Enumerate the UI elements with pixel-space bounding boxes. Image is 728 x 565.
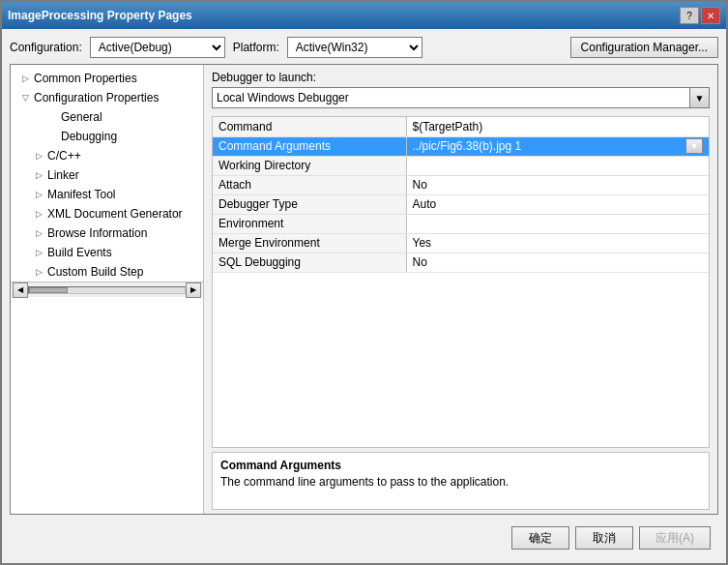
- tree-item-custom-build[interactable]: ▷ Custom Build Step: [11, 262, 203, 282]
- scroll-right[interactable]: ▶: [186, 282, 201, 298]
- prop-name-attach: Attach: [213, 175, 406, 194]
- tree-item-general[interactable]: General: [11, 107, 203, 127]
- expand-icon-xml: ▷: [32, 207, 45, 221]
- table-row[interactable]: Working Directory: [213, 156, 709, 175]
- help-button[interactable]: ?: [680, 7, 699, 24]
- tree-item-cpp[interactable]: ▷ C/C++: [11, 146, 203, 165]
- tree-item-common-props[interactable]: ▷ Common Properties: [11, 69, 203, 88]
- apply-button[interactable]: 应用(A): [639, 526, 711, 550]
- tree-item-manifest-tool[interactable]: ▷ Manifest Tool: [11, 185, 203, 204]
- info-pane: Command Arguments The command line argum…: [212, 452, 710, 510]
- prop-value-attach: No: [406, 175, 709, 194]
- prop-name-environment: Environment: [213, 214, 406, 233]
- prop-value-command: $(TargetPath): [406, 117, 709, 136]
- info-title: Command Arguments: [220, 459, 701, 472]
- prop-name-command-args: Command Arguments: [213, 136, 406, 156]
- scroll-left[interactable]: ◀: [13, 282, 28, 298]
- ok-button[interactable]: 确定: [511, 526, 569, 550]
- value-cell-command-args: ../pic/Fig6.38(b).jpg 1 ▼: [413, 138, 704, 154]
- prop-value-sql-debug: No: [406, 253, 709, 272]
- config-manager-button[interactable]: Configuration Manager...: [570, 37, 718, 58]
- right-pane: Debugger to launch: Local Windows Debugg…: [204, 65, 717, 514]
- command-args-dropdown-btn[interactable]: ▼: [685, 138, 703, 154]
- tree-label-debugging: Debugging: [61, 130, 117, 143]
- tree-pane: ▷ Common Properties ▽ Configuration Prop…: [11, 65, 204, 514]
- tree-label-config: Configuration Properties: [34, 91, 159, 104]
- debugger-section: Debugger to launch: Local Windows Debugg…: [204, 65, 717, 112]
- expand-icon-browse: ▷: [32, 226, 45, 240]
- table-row[interactable]: Environment: [213, 214, 709, 233]
- prop-value-environment: [406, 214, 709, 233]
- properties-grid: Command $(TargetPath) Command Arguments …: [213, 117, 709, 273]
- debugger-dropdown[interactable]: Local Windows Debugger ▼: [212, 87, 710, 108]
- tree-label-browse: Browse Information: [47, 226, 147, 240]
- scroll-track[interactable]: [28, 286, 186, 294]
- expand-icon-common: ▷: [18, 72, 32, 85]
- prop-name-merge-env: Merge Environment: [213, 233, 406, 253]
- tree-item-browse-info[interactable]: ▷ Browse Information: [11, 223, 203, 243]
- config-label: Configuration:: [10, 41, 82, 54]
- main-area: ▷ Common Properties ▽ Configuration Prop…: [10, 64, 718, 515]
- prop-name-working-dir: Working Directory: [213, 156, 406, 175]
- table-row[interactable]: Merge Environment Yes: [213, 233, 709, 253]
- tree-label-linker: Linker: [47, 168, 79, 182]
- close-button[interactable]: ✕: [701, 7, 720, 24]
- tree-item-debugging[interactable]: Debugging: [11, 127, 203, 146]
- expand-icon-linker: ▷: [32, 168, 45, 182]
- property-pages-window: ImageProcessing Property Pages ? ✕ Confi…: [0, 0, 728, 565]
- expand-icon-config: ▽: [18, 91, 32, 104]
- table-row[interactable]: Command $(TargetPath): [213, 117, 709, 136]
- platform-select[interactable]: Active(Win32): [287, 37, 422, 58]
- prop-name-debugger-type: Debugger Type: [213, 194, 406, 214]
- prop-value-merge-env: Yes: [406, 233, 709, 253]
- expand-icon-build: ▷: [32, 246, 45, 259]
- table-row[interactable]: SQL Debugging No: [213, 253, 709, 272]
- debugger-label: Debugger to launch:: [212, 71, 710, 84]
- platform-label: Platform:: [233, 41, 279, 54]
- cancel-button[interactable]: 取消: [575, 526, 633, 550]
- prop-value-working-dir: [406, 156, 709, 175]
- expand-icon-manifest: ▷: [32, 188, 45, 201]
- tree-label-custom: Custom Build Step: [47, 265, 143, 279]
- prop-value-command-args: ../pic/Fig6.38(b).jpg 1 ▼: [406, 136, 709, 156]
- tree-label-xml: XML Document Generator: [47, 207, 183, 221]
- table-row[interactable]: Debugger Type Auto: [213, 194, 709, 214]
- prop-name-command: Command: [213, 117, 406, 136]
- top-bar: Configuration: Active(Debug) Platform: A…: [10, 37, 718, 58]
- tree-item-config-props[interactable]: ▽ Configuration Properties: [11, 88, 203, 107]
- expand-icon-custom: ▷: [32, 265, 45, 279]
- tree-label-cpp: C/C++: [47, 149, 81, 163]
- info-description: The command line arguments to pass to th…: [220, 475, 701, 489]
- window-title: ImageProcessing Property Pages: [8, 9, 192, 22]
- table-row[interactable]: Attach No: [213, 175, 709, 194]
- tree-label-general: General: [61, 110, 102, 124]
- table-row-selected[interactable]: Command Arguments ../pic/Fig6.38(b).jpg …: [213, 136, 709, 156]
- expand-icon-general: [45, 110, 59, 124]
- expand-icon-cpp: ▷: [32, 149, 45, 163]
- scroll-thumb: [29, 287, 68, 293]
- tree-item-linker[interactable]: ▷ Linker: [11, 165, 203, 185]
- config-select[interactable]: Active(Debug): [90, 37, 225, 58]
- tree-item-build-events[interactable]: ▷ Build Events: [11, 243, 203, 262]
- debugger-dropdown-btn[interactable]: ▼: [689, 88, 709, 107]
- prop-name-sql-debug: SQL Debugging: [213, 253, 406, 272]
- debugger-value: Local Windows Debugger: [213, 87, 689, 108]
- tree-label-build: Build Events: [47, 246, 112, 259]
- prop-value-debugger-type: Auto: [406, 194, 709, 214]
- tree-item-xml-doc[interactable]: ▷ XML Document Generator: [11, 204, 203, 223]
- tree-scrollbar: ◀ ▶: [11, 282, 203, 297]
- title-controls: ? ✕: [680, 7, 720, 24]
- title-bar: ImageProcessing Property Pages ? ✕: [2, 2, 726, 29]
- command-args-text: ../pic/Fig6.38(b).jpg 1: [413, 139, 522, 153]
- expand-icon-debugging: [45, 130, 59, 143]
- bottom-buttons: 确定 取消 应用(A): [10, 520, 718, 555]
- window-body: Configuration: Active(Debug) Platform: A…: [2, 29, 726, 563]
- tree-label-common: Common Properties: [34, 72, 137, 85]
- tree-label-manifest: Manifest Tool: [47, 188, 115, 201]
- props-table: Command $(TargetPath) Command Arguments …: [212, 116, 710, 448]
